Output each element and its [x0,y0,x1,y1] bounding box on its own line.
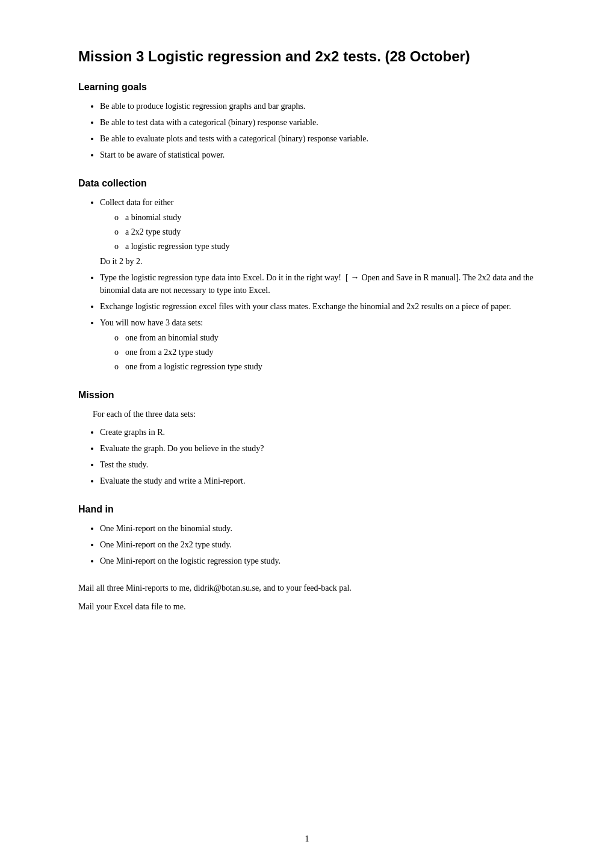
list-item: a logistic regression type study [114,240,536,253]
learning-goals-list: Be able to produce logistic regression g… [78,100,536,161]
data-collection-list: Collect data for either a binomial study… [78,196,536,373]
hand-in-heading: Hand in [78,504,536,515]
list-item: Test the study. [100,458,536,471]
list-item: You will now have 3 data sets: one from … [100,316,536,373]
list-item: One Mini-report on the 2x2 type study. [100,538,536,551]
mission-intro: For each of the three data sets: [78,408,536,421]
list-item: One Mini-report on the binomial study. [100,522,536,535]
list-item: Type the logistic regression type data i… [100,271,536,297]
section-hand-in: Hand in One Mini-report on the binomial … [78,504,536,614]
list-item: Collect data for either a binomial study… [100,196,536,268]
mission-list: Create graphs in R. Evaluate the graph. … [78,426,536,487]
page-number: 1 [305,834,309,844]
section-data-collection: Data collection Collect data for either … [78,178,536,373]
list-item: Start to be aware of statistical power. [100,149,536,161]
list-item: Create graphs in R. [100,426,536,439]
data-collection-heading: Data collection [78,178,536,189]
data-collection-sublist-1: a binomial study a 2x2 type study a logi… [100,211,536,253]
hand-in-list: One Mini-report on the binomial study. O… [78,522,536,567]
section-mission: Mission For each of the three data sets:… [78,390,536,487]
list-item: Evaluate the study and write a Mini-repo… [100,475,536,487]
mail-text-1: Mail all three Mini-reports to me, didri… [78,582,536,595]
do-it-note: Do it 2 by 2. [100,255,536,268]
data-collection-sublist-2: one from an binomial study one from a 2x… [100,331,536,373]
mail-text-2: Mail your Excel data file to me. [78,600,536,614]
list-item: one from an binomial study [114,331,536,344]
list-item: Exchange logistic regression excel files… [100,300,536,313]
list-item: Be able to evaluate plots and tests with… [100,132,536,145]
learning-goals-heading: Learning goals [78,82,536,93]
page-title: Mission 3 Logistic regression and 2x2 te… [78,48,536,65]
list-item: Be able to test data with a categorical … [100,116,536,129]
list-item: a binomial study [114,211,536,224]
list-item: One Mini-report on the logistic regressi… [100,555,536,567]
page-container: Mission 3 Logistic regression and 2x2 te… [78,0,536,868]
section-learning-goals: Learning goals Be able to produce logist… [78,82,536,161]
list-item: Evaluate the graph. Do you believe in th… [100,442,536,455]
list-item: one from a logistic regression type stud… [114,360,536,373]
list-item: Be able to produce logistic regression g… [100,100,536,112]
list-item: one from a 2x2 type study [114,346,536,359]
list-item: a 2x2 type study [114,226,536,238]
mission-heading: Mission [78,390,536,401]
